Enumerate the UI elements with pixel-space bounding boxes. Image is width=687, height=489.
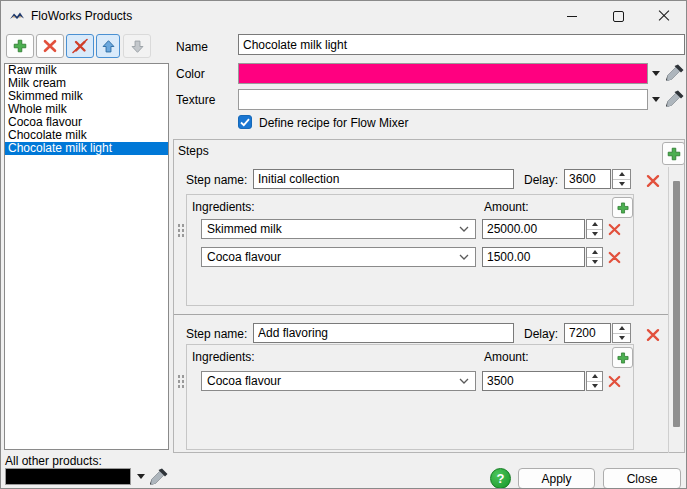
name-input[interactable]	[238, 34, 685, 55]
recipe-checkbox-label: Define recipe for Flow Mixer	[259, 116, 408, 130]
delete-ingredient-button[interactable]	[607, 374, 622, 389]
all-other-products-swatch[interactable]	[5, 468, 131, 485]
window-title: FloWorks Products	[31, 9, 132, 23]
all-other-products-eyedropper-icon[interactable]	[149, 467, 169, 487]
step-separator	[174, 314, 668, 315]
delay-label: Delay:	[524, 327, 558, 341]
step-delay-spinner[interactable]	[612, 323, 631, 343]
list-item-selected[interactable]: Chocolate milk light	[5, 142, 168, 155]
delete-x-icon	[645, 327, 661, 343]
ingredient-product-value: Cocoa flavour	[207, 374, 281, 388]
close-icon	[658, 10, 670, 22]
step-name-input[interactable]	[253, 323, 514, 343]
maximize-icon	[613, 11, 624, 22]
apply-button-label: Apply	[541, 472, 571, 486]
ingredient-product-select[interactable]: Cocoa flavour	[201, 247, 476, 267]
apply-button[interactable]: Apply	[518, 468, 595, 489]
arrow-up-icon	[101, 39, 116, 54]
ingredient-product-value: Skimmed milk	[207, 222, 282, 236]
add-step-button[interactable]	[662, 142, 685, 165]
texture-eyedropper-icon[interactable]	[665, 89, 685, 109]
delete-x-icon	[607, 250, 622, 265]
app-icon	[9, 8, 25, 24]
close-button-label: Close	[627, 472, 658, 486]
delay-label: Delay:	[524, 173, 558, 187]
scrollbar-track[interactable]	[668, 167, 669, 453]
delete-product-button[interactable]	[36, 34, 64, 58]
all-other-products-label: All other products:	[5, 454, 102, 468]
ingredient-amount-input[interactable]	[482, 247, 585, 267]
help-button[interactable]: ?	[490, 468, 511, 489]
delete-x-icon	[607, 374, 622, 389]
amount-label: Amount:	[484, 350, 529, 364]
chevron-down-icon	[459, 254, 469, 260]
name-label: Name	[176, 40, 208, 54]
delete-step-button[interactable]	[645, 327, 661, 343]
steps-title: Steps	[178, 144, 209, 158]
texture-dropdown-arrow-icon[interactable]	[652, 97, 660, 102]
spin-up-icon[interactable]	[613, 324, 630, 334]
step-drag-handle[interactable]	[176, 222, 186, 239]
color-label: Color	[176, 67, 205, 81]
steps-scrollbar-thumb[interactable]	[673, 181, 680, 427]
add-ingredient-button[interactable]	[612, 197, 633, 218]
delete-step-button[interactable]	[645, 173, 661, 189]
minimize-button[interactable]	[549, 1, 595, 31]
texture-swatch[interactable]	[238, 89, 648, 110]
step-name-label: Step name:	[186, 327, 247, 341]
step-name-input[interactable]	[253, 169, 514, 189]
move-down-button[interactable]	[123, 34, 151, 58]
color-dropdown-arrow-icon[interactable]	[652, 71, 660, 76]
chevron-down-icon	[459, 226, 469, 232]
ingredient-amount-spinner[interactable]	[586, 219, 603, 239]
delete-ingredient-button[interactable]	[607, 222, 622, 237]
add-ingredient-button[interactable]	[612, 347, 633, 368]
step-name-label: Step name:	[186, 173, 247, 187]
product-list[interactable]: Raw milk Milk cream Skimmed milk Whole m…	[4, 63, 169, 450]
spin-up-icon[interactable]	[587, 248, 602, 258]
step-delay-spinner[interactable]	[612, 169, 631, 189]
step-delay-input[interactable]	[564, 323, 611, 343]
spin-down-icon[interactable]	[613, 180, 630, 189]
ingredient-amount-input[interactable]	[482, 371, 585, 391]
ingredient-amount-input[interactable]	[482, 219, 585, 239]
move-up-button[interactable]	[96, 34, 120, 58]
spin-up-icon[interactable]	[587, 220, 602, 230]
ingredient-product-select[interactable]: Cocoa flavour	[201, 371, 476, 391]
amount-label: Amount:	[484, 200, 529, 214]
ingredient-amount-spinner[interactable]	[586, 371, 603, 391]
delete-all-products-button[interactable]	[66, 34, 94, 58]
chevron-down-icon	[459, 378, 469, 384]
delete-x-icon	[42, 38, 58, 54]
ingredient-product-value: Cocoa flavour	[207, 250, 281, 264]
ingredient-product-select[interactable]: Skimmed milk	[201, 219, 476, 239]
arrow-down-icon	[130, 39, 145, 54]
all-other-products-dropdown-arrow-icon[interactable]	[137, 474, 145, 479]
spin-down-icon[interactable]	[587, 382, 602, 391]
title-bar: FloWorks Products	[1, 1, 686, 31]
question-mark-icon: ?	[497, 471, 505, 486]
step-delay-input[interactable]	[564, 169, 611, 189]
delete-ingredient-button[interactable]	[607, 250, 622, 265]
step-drag-handle[interactable]	[176, 373, 186, 390]
ingredients-label: Ingredients:	[192, 200, 255, 214]
plus-icon	[616, 201, 630, 215]
ingredient-amount-spinner[interactable]	[586, 247, 603, 267]
maximize-button[interactable]	[595, 1, 641, 31]
texture-label: Texture	[176, 93, 215, 107]
spin-up-icon[interactable]	[613, 170, 630, 180]
floworks-products-window: FloWorks Products Name Raw milk Milk cre…	[0, 0, 687, 489]
recipe-checkbox[interactable]	[238, 115, 252, 129]
spin-up-icon[interactable]	[587, 372, 602, 382]
color-eyedropper-icon[interactable]	[665, 63, 685, 83]
close-dialog-button[interactable]: Close	[603, 468, 681, 489]
minimize-icon	[567, 16, 577, 17]
spin-down-icon[interactable]	[613, 334, 630, 343]
spin-down-icon[interactable]	[587, 258, 602, 267]
ingredients-label: Ingredients:	[192, 350, 255, 364]
spin-down-icon[interactable]	[587, 230, 602, 239]
close-button[interactable]	[641, 1, 687, 31]
add-product-button[interactable]	[6, 34, 34, 58]
color-swatch[interactable]	[238, 63, 648, 84]
delete-x-icon	[645, 173, 661, 189]
